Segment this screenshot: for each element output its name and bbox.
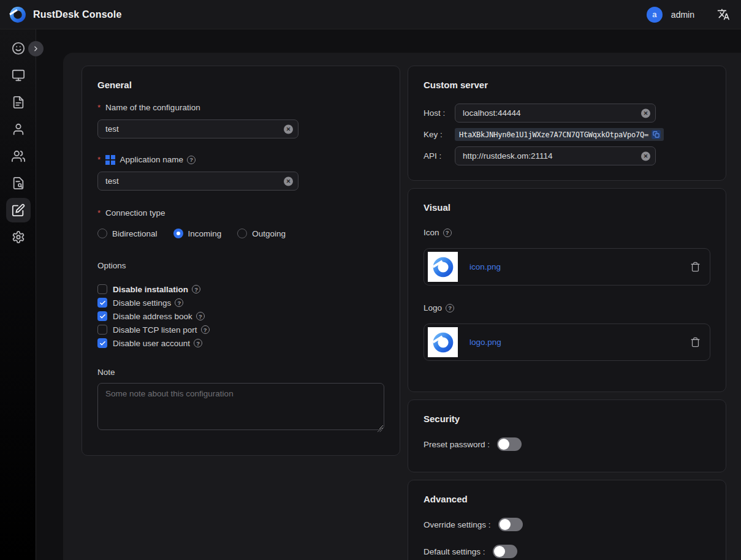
clear-input-icon[interactable]: ✕ xyxy=(284,124,293,134)
advanced-card: Advanced Override settings : Default set… xyxy=(408,480,726,560)
sidebar-expand-button[interactable] xyxy=(28,41,44,56)
help-icon[interactable]: ? xyxy=(446,304,454,312)
visual-title: Visual xyxy=(424,201,710,214)
sidebar-item-configurations[interactable] xyxy=(0,197,36,224)
main-panel: General * Name of the configuration ✕ * xyxy=(63,53,741,560)
checkbox-disable-address-book[interactable]: Disable address book? xyxy=(97,309,384,323)
copy-key-icon[interactable] xyxy=(652,130,661,139)
user-icon xyxy=(12,123,25,136)
name-config-label: * Name of the configuration xyxy=(97,102,384,113)
sidebar-item-sessions[interactable] xyxy=(0,89,36,116)
radio-bidirectional[interactable]: Bidirectional xyxy=(97,229,158,238)
server-key-value: HtaXBkJNHyn0e1U1jWXze7A7CN7QTGWqxkOtpaVp… xyxy=(455,128,664,141)
app-title: RustDesk Console xyxy=(33,9,122,20)
windows-logo-icon xyxy=(105,155,115,165)
rustdesk-logo-icon xyxy=(431,331,455,354)
file-search-icon xyxy=(12,176,25,190)
default-settings-label: Default settings : xyxy=(424,547,485,556)
required-asterisk: * xyxy=(97,154,101,165)
api-input[interactable] xyxy=(455,146,656,165)
user-avatar[interactable]: a xyxy=(647,7,663,23)
checkbox-box xyxy=(97,311,107,321)
config-name-input[interactable] xyxy=(97,119,298,138)
top-header: RustDesk Console a admin xyxy=(0,0,741,29)
checkbox-disable-installation[interactable]: Disable installation? xyxy=(97,282,384,296)
security-card: Security Preset password : xyxy=(408,399,726,472)
user-name[interactable]: admin xyxy=(671,10,694,20)
help-icon[interactable]: ? xyxy=(192,285,200,293)
required-asterisk: * xyxy=(97,208,101,219)
host-label: Host : xyxy=(424,108,455,118)
general-card: General * Name of the configuration ✕ * xyxy=(82,66,400,456)
help-icon[interactable]: ? xyxy=(187,156,196,164)
logo-file-link[interactable]: logo.png xyxy=(469,338,690,347)
help-icon[interactable]: ? xyxy=(196,312,205,320)
application-name-label: * Application name ? xyxy=(97,154,384,165)
chevron-right-icon xyxy=(32,45,40,53)
security-title: Security xyxy=(424,412,710,425)
radio-outgoing[interactable]: Outgoing xyxy=(237,229,286,238)
sidebar-item-users[interactable] xyxy=(0,116,36,143)
icon-label: Icon ? xyxy=(424,227,710,238)
clear-input-icon[interactable]: ✕ xyxy=(641,108,650,118)
override-settings-label: Override settings : xyxy=(424,520,491,529)
checkbox-box xyxy=(97,284,107,294)
options-list: Disable installation? Disable settings? … xyxy=(97,282,384,350)
override-settings-toggle[interactable] xyxy=(498,518,523,531)
default-settings-toggle[interactable] xyxy=(493,545,517,558)
sidebar-item-settings[interactable] xyxy=(0,224,36,251)
rustdesk-logo-icon xyxy=(431,255,455,279)
rustdesk-logo-icon xyxy=(9,6,27,24)
general-title: General xyxy=(97,78,384,91)
language-translate-icon[interactable] xyxy=(716,8,730,21)
sidebar-item-groups[interactable] xyxy=(0,143,36,170)
visual-card: Visual Icon ? ico xyxy=(408,188,726,392)
checkbox-box xyxy=(97,298,107,308)
icon-file-box: icon.png xyxy=(424,248,710,286)
delete-icon-trash-icon[interactable] xyxy=(690,262,701,273)
host-input[interactable] xyxy=(455,104,656,123)
checkbox-disable-tcp-listen-port[interactable]: Disable TCP listen port? xyxy=(97,323,384,336)
sidebar-item-audit[interactable] xyxy=(0,170,36,197)
radio-dot xyxy=(237,229,247,238)
api-label: API : xyxy=(424,151,455,161)
help-icon[interactable]: ? xyxy=(194,339,202,347)
monitor-icon xyxy=(12,69,25,82)
note-label: Note xyxy=(97,367,384,378)
sidebar-item-devices[interactable] xyxy=(0,62,36,89)
radio-dot xyxy=(173,229,183,238)
preset-password-label: Preset password : xyxy=(424,440,490,449)
checkbox-disable-user-account[interactable]: Disable user account? xyxy=(97,336,384,350)
users-icon xyxy=(12,149,25,163)
application-name-input[interactable] xyxy=(97,172,298,191)
checkbox-box xyxy=(97,325,107,335)
checkbox-disable-settings[interactable]: Disable settings? xyxy=(97,296,384,309)
clear-input-icon[interactable]: ✕ xyxy=(284,176,293,186)
radio-dot xyxy=(97,229,107,238)
delete-logo-trash-icon[interactable] xyxy=(690,337,701,348)
custom-server-card: Custom server Host : ✕ Key : HtaXBkJNHy xyxy=(408,66,726,181)
required-asterisk: * xyxy=(97,102,101,113)
help-icon[interactable]: ? xyxy=(201,325,210,334)
logo-preview xyxy=(428,327,458,357)
help-icon[interactable]: ? xyxy=(443,229,452,237)
preset-password-toggle[interactable] xyxy=(497,437,522,451)
clear-input-icon[interactable]: ✕ xyxy=(641,151,650,161)
options-label: Options xyxy=(97,260,384,271)
radio-incoming[interactable]: Incoming xyxy=(173,229,222,238)
edit-icon xyxy=(12,203,25,217)
icon-file-link[interactable]: icon.png xyxy=(469,262,690,271)
note-textarea[interactable] xyxy=(97,383,384,430)
logo-file-box: logo.png xyxy=(424,324,710,361)
connection-type-radio-group: Bidirectional Incoming Outgoing xyxy=(97,227,384,240)
advanced-title: Advanced xyxy=(424,493,710,505)
help-icon[interactable]: ? xyxy=(175,298,183,307)
logo-label: Logo ? xyxy=(424,303,710,314)
icon-preview xyxy=(428,252,458,282)
checkbox-box xyxy=(97,338,107,348)
connection-type-label: * Connection type xyxy=(97,208,384,219)
sidebar-nav xyxy=(0,29,36,560)
gear-icon xyxy=(12,230,25,244)
key-label: Key : xyxy=(424,130,455,139)
content-area: General * Name of the configuration ✕ * xyxy=(36,29,741,560)
